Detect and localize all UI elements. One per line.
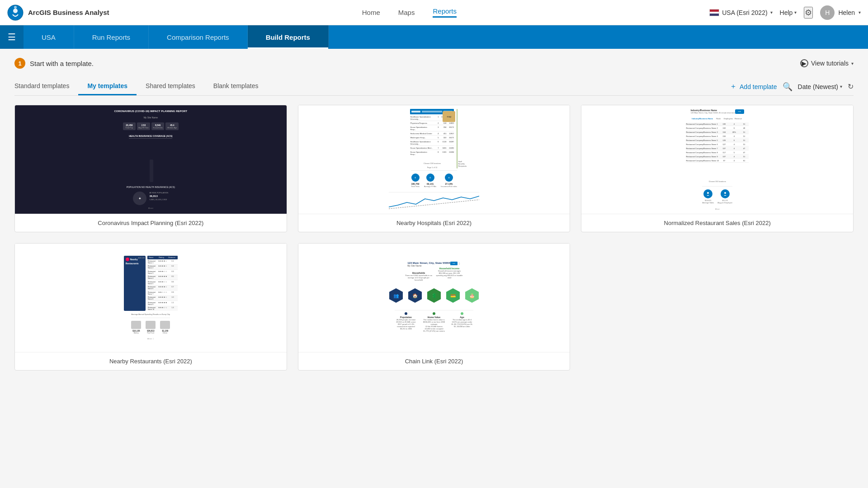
template-card-nearby-rest[interactable]: 📍 Nearby Restaurants $18,540 Name Rating… [14, 243, 287, 371]
step-badge: 1 [14, 58, 25, 69]
user-name: Helen [838, 9, 855, 16]
template-card-covid[interactable]: CORONAVIRUS (COVID-19) IMPACT PLANNING R… [14, 105, 287, 232]
view-tutorials-button[interactable]: ▶ View tutorials ▾ [800, 59, 854, 67]
help-label: Help [780, 9, 793, 16]
main-content: 1 Start with a template. ▶ View tutorial… [0, 49, 868, 380]
template-card-restaurant[interactable]: Industry/Business Name 123 Main Street, … [581, 105, 854, 232]
country-label: USA (Esri 2022) [722, 9, 767, 16]
step-label: 1 Start with a template. [14, 58, 94, 69]
nav-reports[interactable]: Reports [433, 7, 457, 18]
sort-dropdown[interactable]: Date (Newest) ▾ [798, 83, 842, 90]
logo-icon [7, 5, 24, 21]
template-card-chain[interactable]: 123 Main Street, City, State 55555 My Si… [298, 243, 571, 371]
nav-maps[interactable]: Maps [398, 9, 415, 16]
template-card-hospitals[interactable]: Healthcare Specialization University... … [298, 105, 571, 232]
template-actions: ＋ Add template 🔍 Date (Newest) ▾ ↻ [730, 82, 854, 92]
template-name-restaurant: Normalized Restaurant Sales (Esri 2022) [581, 214, 853, 232]
svg-text:🏠: 🏠 [412, 293, 418, 299]
nav-home[interactable]: Home [362, 9, 380, 16]
template-name-hospitals: Nearby Hospitals (Esri 2022) [298, 214, 570, 232]
plus-icon: ＋ [730, 82, 737, 91]
template-thumb-chain: 123 Main Street, City, State 55555 My Si… [298, 244, 570, 352]
template-name-chain: Chain Link (Esri 2022) [298, 352, 570, 370]
step-text: Start with a template. [30, 60, 94, 67]
template-name-covid: Coronavirus Impact Planning (Esri 2022) [15, 214, 287, 232]
flag-icon [709, 9, 719, 16]
svg-point-2 [14, 6, 17, 9]
play-icon: ▶ [800, 59, 808, 67]
template-tabs: Standard templates My templates Shared t… [14, 78, 854, 96]
tab-shared-templates[interactable]: Shared templates [137, 78, 204, 95]
template-thumb-covid: CORONAVIRUS (COVID-19) IMPACT PLANNING R… [15, 105, 287, 214]
tab-usa[interactable]: USA [24, 25, 74, 49]
refresh-button[interactable]: ↻ [848, 82, 854, 91]
settings-button[interactable]: ⚙ [804, 7, 813, 19]
view-tutorials-label: View tutorials [811, 60, 849, 67]
template-thumb-restaurant: Industry/Business Name 123 Main Street, … [581, 105, 853, 214]
tab-my-templates[interactable]: My templates [78, 78, 137, 95]
add-template-button[interactable]: ＋ Add template [730, 82, 777, 91]
logo-area: ArcGIS Business Analyst [7, 5, 109, 21]
tab-nav: ☰ USA Run Reports Comparison Reports Bui… [0, 25, 868, 49]
tutorials-caret: ▾ [851, 61, 854, 66]
tab-comparison-reports[interactable]: Comparison Reports [149, 25, 248, 49]
user-menu[interactable]: H Helen ▾ [820, 5, 861, 20]
svg-text:💳: 💳 [450, 293, 456, 299]
help-caret: ▾ [794, 10, 797, 15]
country-selector[interactable]: USA (Esri 2022) ▾ [709, 9, 772, 16]
tab-standard-templates[interactable]: Standard templates [14, 78, 78, 95]
sort-caret: ▾ [840, 84, 842, 89]
svg-point-4 [724, 192, 726, 194]
svg-text:🎂: 🎂 [469, 293, 475, 299]
svg-text:💲: 💲 [431, 293, 437, 299]
avatar: H [820, 5, 835, 20]
step-header: 1 Start with a template. ▶ View tutorial… [14, 58, 854, 69]
svg-point-3 [707, 192, 709, 194]
top-nav-right: USA (Esri 2022) ▾ Help ▾ ⚙ H Helen ▾ [709, 5, 861, 20]
tab-blank-templates[interactable]: Blank templates [204, 78, 268, 95]
country-caret: ▾ [770, 10, 773, 15]
search-button[interactable]: 🔍 [783, 82, 793, 92]
tab-run-reports[interactable]: Run Reports [74, 25, 149, 49]
top-nav: ArcGIS Business Analyst Home Maps Report… [0, 0, 868, 25]
tab-build-reports[interactable]: Build Reports [248, 25, 329, 49]
user-caret: ▾ [859, 10, 861, 15]
template-thumb-hospitals: Healthcare Specialization University... … [298, 105, 570, 214]
svg-point-1 [13, 9, 18, 13]
template-grid: CORONAVIRUS (COVID-19) IMPACT PLANNING R… [14, 105, 854, 371]
hamburger-button[interactable]: ☰ [0, 25, 24, 49]
help-button[interactable]: Help ▾ [780, 9, 797, 16]
top-nav-links: Home Maps Reports [124, 7, 695, 18]
template-name-nearby-rest: Nearby Restaurants (Esri 2022) [15, 352, 287, 370]
logo-text: ArcGIS Business Analyst [28, 9, 109, 16]
template-thumb-nearby-rest: 📍 Nearby Restaurants $18,540 Name Rating… [15, 244, 287, 352]
svg-text:👥: 👥 [393, 293, 399, 299]
